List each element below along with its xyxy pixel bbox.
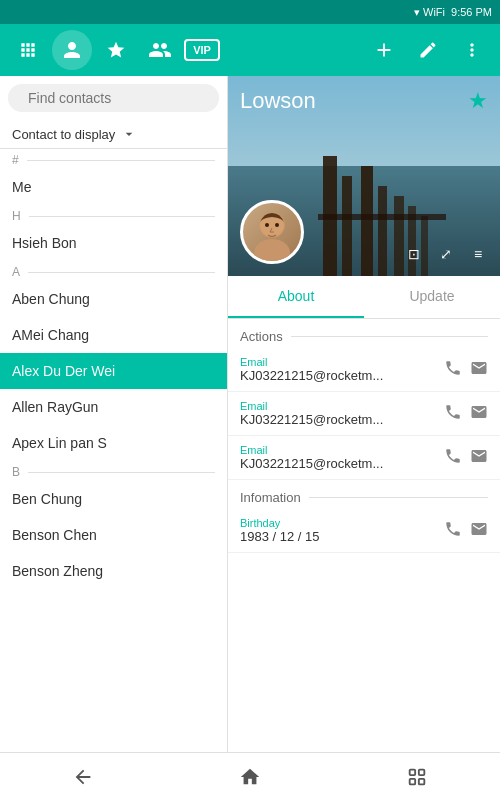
svg-rect-5 [409,769,415,775]
contact-details: Actions Email KJ03221215@rocketm... [228,319,500,752]
list-item[interactable]: AMei Chang [0,317,227,353]
contact-list: # Me H Hsieh Bon A Aben Chung AMei Chang… [0,149,227,752]
top-nav: VIP [0,24,500,76]
apps-icon[interactable] [8,30,48,70]
list-item[interactable]: Aben Chung [0,281,227,317]
tab-about[interactable]: About [228,276,364,318]
list-item-active[interactable]: Alex Du Der Wei [0,353,227,389]
email-icon-2[interactable] [470,403,488,425]
birthday-label: Birthday [240,517,436,529]
right-panel: Lowson ★ ⊡ [228,76,500,752]
chevron-down-icon [121,126,137,142]
email-row-3: Email KJ03221215@rocketm... [228,436,500,480]
phone-icon-2[interactable] [444,403,462,425]
section-actions: Actions [228,319,500,348]
recents-button[interactable] [387,757,447,797]
profile-hero: Lowson ★ ⊡ [228,76,500,276]
status-bar: ▾ WiFi 9:56 PM [0,0,500,24]
list-view-icon[interactable]: ≡ [464,240,492,268]
status-wifi: ▾ WiFi [414,6,445,19]
tab-update[interactable]: Update [364,276,500,318]
section-header-a: A [0,261,227,281]
birthday-row: Birthday 1983 / 12 / 15 [228,509,500,553]
main-layout: Contact to display # Me H Hsieh Bon A Ab… [0,76,500,752]
search-bar[interactable] [8,84,219,112]
favorite-star[interactable]: ★ [468,88,488,114]
list-item[interactable]: Hsieh Bon [0,225,227,261]
email-row-2: Email KJ03221215@rocketm... [228,392,500,436]
email-label-2: Email [240,400,436,412]
person-icon[interactable] [52,30,92,70]
list-item[interactable]: Benson Zheng [0,553,227,589]
filter-label: Contact to display [12,127,115,142]
svg-rect-6 [418,769,424,775]
expand-icon[interactable]: ⤢ [432,240,460,268]
star-icon[interactable] [96,30,136,70]
left-panel: Contact to display # Me H Hsieh Bon A Ab… [0,76,228,752]
svg-rect-8 [418,778,424,784]
email-row-1: Email KJ03221215@rocketm... [228,348,500,392]
home-button[interactable] [220,757,280,797]
fullscreen-icon[interactable]: ⊡ [400,240,428,268]
svg-point-1 [254,239,290,261]
profile-name: Lowson [240,88,316,114]
phone-icon-4[interactable] [444,520,462,542]
svg-point-4 [275,223,279,227]
phone-icon-1[interactable] [444,359,462,381]
list-item[interactable]: Me [0,169,227,205]
hero-actions: ⊡ ⤢ ≡ [400,240,492,268]
email-value-2: KJ03221215@rocketm... [240,412,436,427]
add-icon[interactable] [364,30,404,70]
contact-filter[interactable]: Contact to display [0,120,227,149]
svg-point-3 [265,223,269,227]
email-label-1: Email [240,356,436,368]
email-value-1: KJ03221215@rocketm... [240,368,436,383]
email-icon-4[interactable] [470,520,488,542]
search-input[interactable] [28,90,203,106]
vip-badge[interactable]: VIP [184,39,220,61]
email-icon-3[interactable] [470,447,488,469]
email-label-3: Email [240,444,436,456]
email-icon-1[interactable] [470,359,488,381]
list-item[interactable]: Ben Chung [0,481,227,517]
birthday-value: 1983 / 12 / 15 [240,529,436,544]
bottom-nav [0,752,500,800]
phone-icon-3[interactable] [444,447,462,469]
tabs: About Update [228,276,500,319]
svg-rect-7 [409,778,415,784]
list-item[interactable]: Allen RayGun [0,389,227,425]
status-time: 9:56 PM [451,6,492,18]
back-button[interactable] [53,757,113,797]
section-header-h: H [0,205,227,225]
group-icon[interactable] [140,30,180,70]
section-information: Infomation [228,480,500,509]
section-header-b: B [0,461,227,481]
avatar [240,200,304,264]
section-header-hash: # [0,149,227,169]
edit-icon[interactable] [408,30,448,70]
email-value-3: KJ03221215@rocketm... [240,456,436,471]
list-item[interactable]: Benson Chen [0,517,227,553]
list-item[interactable]: Apex Lin pan S [0,425,227,461]
more-icon[interactable] [452,30,492,70]
